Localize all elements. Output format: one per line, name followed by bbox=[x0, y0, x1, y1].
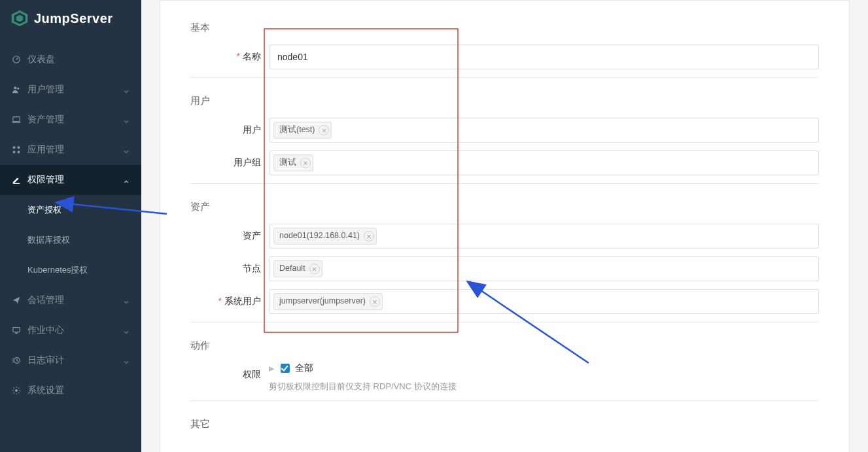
close-icon[interactable]: × bbox=[300, 158, 311, 168]
brand-text: JumpServer bbox=[34, 11, 113, 26]
nav-item-jobs[interactable]: 作业中心 bbox=[0, 315, 141, 345]
brand[interactable]: JumpServer bbox=[0, 0, 141, 37]
usergroup-select[interactable]: 测试× bbox=[269, 150, 819, 175]
dashboard-icon bbox=[12, 55, 21, 64]
sidebar: JumpServer 仪表盘 用户管理 资产管理 应用管理 bbox=[0, 0, 141, 452]
nav-label: 应用管理 bbox=[27, 144, 123, 156]
nav-item-sessions[interactable]: 会话管理 bbox=[0, 285, 141, 315]
chevron-down-icon bbox=[123, 147, 130, 153]
nav-item-permissions[interactable]: 权限管理 bbox=[0, 165, 141, 195]
chevron-down-icon bbox=[123, 327, 130, 334]
nav: 仪表盘 用户管理 资产管理 应用管理 权限管理 bbox=[0, 37, 141, 452]
tag-label: node01(192.168.0.41) bbox=[279, 230, 360, 242]
edit-icon bbox=[12, 175, 21, 184]
svg-rect-8 bbox=[13, 147, 16, 149]
history-icon bbox=[12, 356, 21, 365]
users-icon bbox=[12, 85, 21, 94]
section-title-asset: 资产 bbox=[190, 196, 819, 213]
nav-sub-label: Kubernetes授权 bbox=[27, 264, 130, 276]
nav-label: 仪表盘 bbox=[27, 54, 130, 65]
tag-label: jumpserver(jumpserver) bbox=[279, 296, 366, 307]
close-icon[interactable]: × bbox=[309, 264, 320, 274]
chevron-down-icon bbox=[123, 297, 130, 304]
asset-select[interactable]: node01(192.168.0.41)× bbox=[269, 224, 819, 249]
divider bbox=[190, 400, 819, 401]
nav-sub-label: 资产授权 bbox=[27, 204, 130, 216]
svg-rect-13 bbox=[13, 328, 20, 332]
nav-item-assets[interactable]: 资产管理 bbox=[0, 105, 141, 135]
nav-sub-k8s-perm[interactable]: Kubernetes授权 bbox=[0, 255, 141, 285]
section-title-basic: 基本 bbox=[190, 16, 819, 34]
logo-icon bbox=[10, 9, 29, 27]
cogs-icon bbox=[12, 386, 21, 395]
section-title-other: 其它 bbox=[190, 413, 819, 430]
svg-rect-6 bbox=[13, 117, 20, 122]
nav-label: 用户管理 bbox=[27, 84, 123, 96]
chevron-down-icon bbox=[123, 116, 130, 123]
tag: Default× bbox=[273, 260, 322, 277]
nav-label: 权限管理 bbox=[27, 174, 123, 186]
nav-label: 资产管理 bbox=[27, 114, 123, 126]
tag-label: 测试 bbox=[279, 157, 296, 169]
close-icon[interactable]: × bbox=[370, 296, 380, 307]
svg-rect-11 bbox=[18, 151, 20, 154]
nav-item-dashboard[interactable]: 仪表盘 bbox=[0, 44, 141, 75]
tag-label: 测试(test) bbox=[279, 124, 315, 136]
laptop-icon bbox=[12, 115, 21, 124]
section-title-user: 用户 bbox=[190, 90, 819, 107]
label-user: 用户 bbox=[190, 118, 269, 141]
node-select[interactable]: Default× bbox=[269, 256, 819, 281]
nav-item-audits[interactable]: 日志审计 bbox=[0, 345, 141, 375]
divider bbox=[190, 77, 819, 78]
systemuser-select[interactable]: jumpserver(jumpserver)× bbox=[269, 289, 819, 314]
main-content: 基本 *名称 用户 用户 测试(test)× 用户组 测试× bbox=[141, 0, 868, 452]
permission-hint: 剪切板权限控制目前仅支持 RDP/VNC 协议的连接 bbox=[269, 381, 819, 392]
caret-right-icon[interactable]: ▶ bbox=[269, 364, 274, 373]
user-select[interactable]: 测试(test)× bbox=[269, 118, 819, 143]
tag: 测试× bbox=[273, 154, 313, 171]
monitor-icon bbox=[12, 326, 21, 335]
nav-label: 日志审计 bbox=[27, 355, 123, 366]
svg-point-4 bbox=[14, 86, 16, 89]
close-icon[interactable]: × bbox=[319, 125, 329, 135]
nav-item-apps[interactable]: 应用管理 bbox=[0, 135, 141, 165]
permission-all-checkbox[interactable] bbox=[281, 364, 290, 373]
name-input[interactable] bbox=[269, 44, 819, 69]
divider bbox=[190, 183, 819, 184]
label-node: 节点 bbox=[190, 256, 269, 280]
permission-all-label: 全部 bbox=[295, 362, 313, 374]
label-name: *名称 bbox=[190, 44, 269, 68]
nav-item-users[interactable]: 用户管理 bbox=[0, 75, 141, 105]
nav-sub-label: 数据库授权 bbox=[27, 234, 130, 246]
chevron-up-icon bbox=[123, 177, 130, 183]
apps-icon bbox=[12, 145, 21, 154]
label-systemuser: *系统用户 bbox=[190, 289, 269, 313]
svg-rect-7 bbox=[12, 122, 20, 123]
nav-label: 系统设置 bbox=[27, 385, 130, 396]
tag: 测试(test)× bbox=[273, 122, 332, 139]
label-asset: 资产 bbox=[190, 224, 269, 247]
tag-label: Default bbox=[279, 263, 305, 275]
paper-plane-icon bbox=[12, 296, 21, 305]
chevron-down-icon bbox=[123, 86, 130, 93]
nav-sub-db-perm[interactable]: 数据库授权 bbox=[0, 225, 141, 255]
nav-label: 作业中心 bbox=[27, 324, 123, 336]
nav-item-settings[interactable]: 系统设置 bbox=[0, 375, 141, 406]
svg-rect-9 bbox=[18, 147, 20, 149]
svg-point-5 bbox=[17, 88, 19, 90]
svg-rect-12 bbox=[13, 183, 20, 184]
tag: jumpserver(jumpserver)× bbox=[273, 293, 383, 310]
svg-point-16 bbox=[15, 389, 18, 392]
nav-sub-asset-perm[interactable]: 资产授权 bbox=[0, 195, 141, 225]
nav-label: 会话管理 bbox=[27, 294, 123, 306]
svg-rect-10 bbox=[13, 151, 16, 154]
divider bbox=[190, 322, 819, 322]
label-usergroup: 用户组 bbox=[190, 150, 269, 174]
form-card: 基本 *名称 用户 用户 测试(test)× 用户组 测试× bbox=[160, 0, 850, 452]
svg-rect-14 bbox=[15, 333, 18, 334]
label-permission: 权限 bbox=[190, 362, 269, 386]
section-title-action: 动作 bbox=[190, 334, 819, 352]
close-icon[interactable]: × bbox=[364, 231, 374, 241]
chevron-down-icon bbox=[123, 357, 130, 364]
tag: node01(192.168.0.41)× bbox=[273, 228, 377, 245]
